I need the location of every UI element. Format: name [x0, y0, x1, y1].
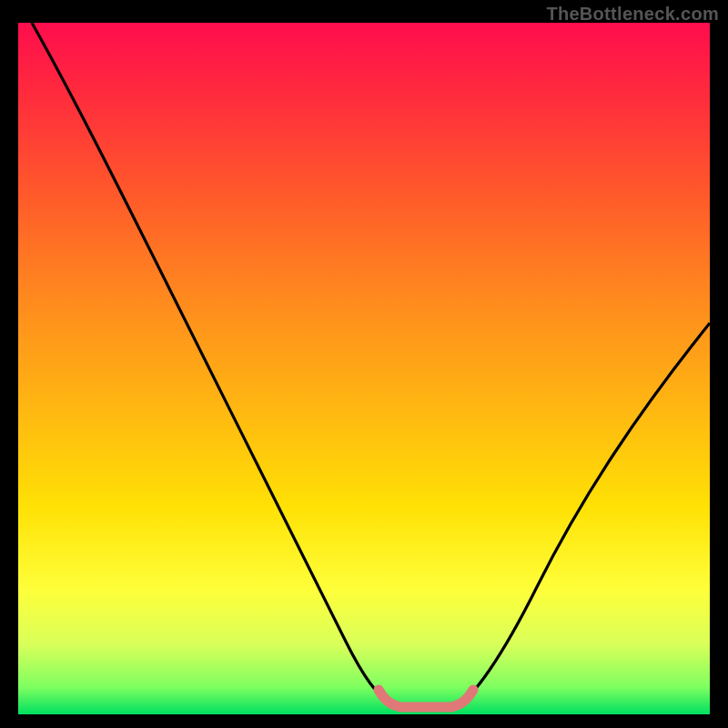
chart-plot-area [18, 23, 710, 714]
chart-stage: TheBottleneck.com [0, 0, 728, 728]
chart-highlight-region [379, 690, 473, 707]
watermark-text: TheBottleneck.com [546, 4, 719, 25]
chart-curve [32, 23, 710, 706]
chart-curve-svg [18, 23, 710, 714]
